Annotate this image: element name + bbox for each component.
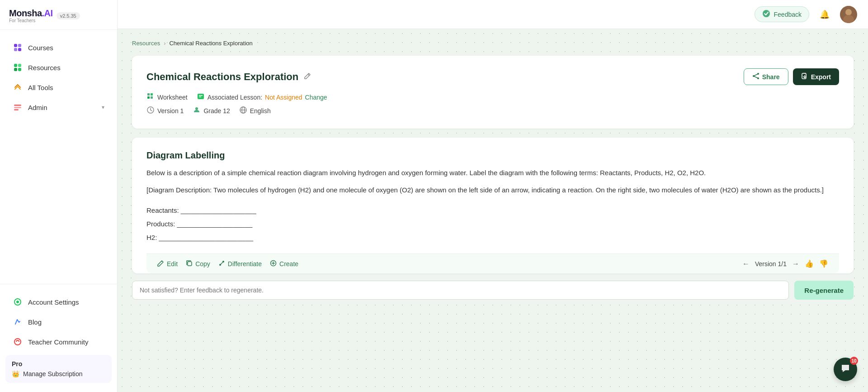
admin-label: Admin <box>28 104 47 111</box>
diagram-description: [Diagram Description: Two molecules of h… <box>146 184 839 196</box>
svg-point-34 <box>195 107 198 110</box>
lesson-icon <box>197 92 205 102</box>
edit-icon[interactable] <box>304 72 311 81</box>
copy-icon <box>186 260 193 268</box>
grade-meta: Grade 12 <box>193 106 230 116</box>
sidebar-item-teacher-community[interactable]: Teacher Community <box>4 332 113 351</box>
svg-rect-3 <box>18 48 21 51</box>
resource-title: Chemical Reactions Exploration <box>146 71 298 83</box>
language-icon <box>239 106 247 116</box>
version-icon <box>146 106 155 116</box>
export-icon <box>801 72 808 81</box>
chat-badge: 10 <box>850 357 858 365</box>
crown-icon: 👑 <box>12 370 19 378</box>
pro-label: Pro <box>12 360 105 368</box>
svg-rect-7 <box>18 68 21 71</box>
version-display: Version 1/1 <box>755 260 787 268</box>
copy-label: Copy <box>195 260 210 268</box>
version-next-button[interactable]: → <box>792 260 799 268</box>
export-button[interactable]: Export <box>793 68 839 85</box>
fill-line-2: Products: ____________________ <box>146 217 839 231</box>
thumbs-down-button[interactable]: 👎 <box>819 259 828 268</box>
logo-area: Monsha.AI For Teachers v2.5.35 <box>0 0 117 30</box>
associated-lesson-meta: Associated Lesson: Not Assigned Change <box>197 92 327 102</box>
create-icon <box>270 260 277 268</box>
breadcrumb-separator: › <box>164 40 165 47</box>
svg-rect-2 <box>14 48 17 51</box>
change-link[interactable]: Change <box>305 94 327 101</box>
resources-icon <box>13 62 23 72</box>
blog-label: Blog <box>28 318 42 326</box>
feedback-icon <box>762 10 770 19</box>
edit-label: Edit <box>167 260 178 268</box>
toolbar-right: ← Version 1/1 → 👍 👎 <box>742 259 828 268</box>
pro-box: Pro 👑 Manage Subscription <box>5 355 112 383</box>
avatar[interactable] <box>840 6 857 23</box>
blog-icon <box>13 317 23 327</box>
fill-line-3: H2: _________________________ <box>146 231 839 244</box>
sidebar-item-resources[interactable]: Resources <box>4 58 113 77</box>
content-area: Resources › Chemical Reactions Explorati… <box>118 29 868 392</box>
create-button[interactable]: Create <box>270 260 298 268</box>
teacher-community-label: Teacher Community <box>28 338 88 346</box>
differentiate-icon <box>218 260 225 268</box>
language-label: English <box>250 107 271 115</box>
courses-label: Courses <box>28 44 53 52</box>
regenerate-button[interactable]: Re-generate <box>794 281 854 300</box>
edit-button[interactable]: Edit <box>157 260 178 268</box>
share-button[interactable]: Share <box>744 68 788 85</box>
differentiate-button[interactable]: Differentiate <box>218 260 262 268</box>
card-meta-row2: Version 1 Grade 12 English <box>146 106 839 116</box>
resources-label: Resources <box>28 64 61 72</box>
svg-rect-8 <box>14 105 21 106</box>
sidebar-item-admin[interactable]: Admin ▾ <box>4 98 113 117</box>
toolbar-left: Edit Copy Differentiate <box>157 260 298 268</box>
feedback-button[interactable]: Feedback <box>755 6 809 22</box>
sidebar-item-courses[interactable]: Courses <box>4 38 113 57</box>
account-settings-icon <box>13 297 23 307</box>
svg-line-18 <box>308 74 309 76</box>
bell-icon: 🔔 <box>820 10 830 19</box>
fill-line-1: Reactants: ____________________ <box>146 204 839 217</box>
svg-rect-26 <box>147 93 150 96</box>
svg-point-12 <box>16 301 19 303</box>
breadcrumb-current: Chemical Reactions Exploration <box>169 40 252 47</box>
share-icon <box>752 72 760 81</box>
svg-rect-29 <box>151 96 153 99</box>
topbar: Feedback 🔔 <box>118 0 868 29</box>
sidebar-item-blog[interactable]: Blog <box>4 312 113 331</box>
sidebar-item-account-settings[interactable]: Account Settings <box>4 292 113 311</box>
grade-label: Grade 12 <box>203 107 230 115</box>
svg-point-16 <box>845 9 852 15</box>
notification-button[interactable]: 🔔 <box>816 6 833 23</box>
copy-button[interactable]: Copy <box>186 260 210 268</box>
thumbs-up-button[interactable]: 👍 <box>805 259 814 268</box>
chat-bubble[interactable]: 10 <box>834 358 857 381</box>
main-content: Feedback 🔔 Resources › Chemical Reaction… <box>118 0 868 392</box>
svg-line-22 <box>754 74 758 76</box>
worksheet-meta: Worksheet <box>146 92 188 102</box>
manage-subscription[interactable]: 👑 Manage Subscription <box>12 370 105 378</box>
worksheet-label: Worksheet <box>157 94 188 101</box>
svg-rect-10 <box>14 109 19 110</box>
associated-lesson-label: Associated Lesson: <box>208 94 262 101</box>
breadcrumb-resources[interactable]: Resources <box>132 40 160 47</box>
version-label: Version 1 <box>157 107 184 115</box>
differentiate-label: Differentiate <box>228 260 262 268</box>
export-label: Export <box>811 73 831 81</box>
version-prev-button[interactable]: ← <box>742 260 750 268</box>
breadcrumb: Resources › Chemical Reactions Explorati… <box>132 40 854 47</box>
account-settings-label: Account Settings <box>28 298 79 306</box>
svg-rect-4 <box>14 64 17 67</box>
resource-info-card: Chemical Reactions Exploration Share <box>132 56 854 129</box>
version-badge: v2.5.35 <box>57 12 80 19</box>
chat-icon <box>840 363 851 376</box>
teacher-community-icon <box>13 337 23 347</box>
regenerate-bar: Re-generate <box>132 273 854 303</box>
svg-rect-1 <box>18 44 21 47</box>
logo: Monsha.AI For Teachers <box>9 8 53 23</box>
svg-point-13 <box>14 339 21 345</box>
sidebar-item-all-tools[interactable]: All Tools <box>4 78 113 97</box>
sidebar-bottom: Account Settings Blog Teacher Community … <box>0 284 117 392</box>
feedback-input[interactable] <box>132 281 789 300</box>
